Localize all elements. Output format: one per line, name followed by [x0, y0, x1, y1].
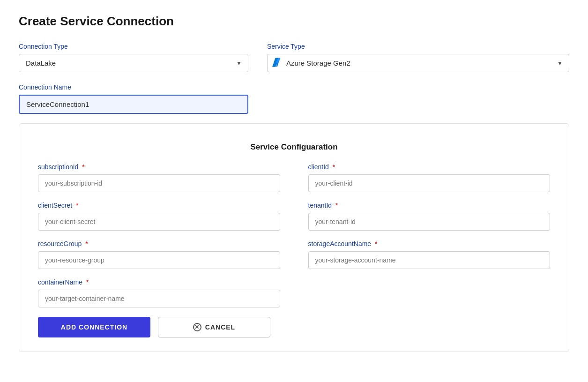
config-row-4: containerName * — [38, 278, 550, 307]
service-type-select[interactable]: Azure Storage Gen2 AWS S3 GCS — [267, 54, 569, 72]
storage-account-name-field: storageAccountName * — [308, 240, 551, 269]
resource-group-input[interactable] — [38, 251, 280, 269]
storage-account-name-input[interactable] — [308, 251, 551, 269]
tenant-id-label: tenantId * — [308, 202, 551, 209]
connection-type-label: Connection Type — [19, 43, 248, 50]
client-id-required: * — [333, 163, 335, 171]
connection-name-input[interactable] — [19, 95, 248, 114]
cancel-label: CANCEL — [205, 323, 235, 331]
storage-account-name-label: storageAccountName * — [308, 240, 551, 247]
subscription-id-field: subscriptionId * — [38, 163, 280, 192]
subscription-id-input[interactable] — [38, 174, 280, 192]
container-name-input[interactable] — [38, 290, 280, 307]
tenant-id-field: tenantId * — [308, 202, 551, 231]
client-id-field: clientId * — [308, 163, 551, 192]
service-type-select-wrapper: Azure Storage Gen2 AWS S3 GCS — [267, 54, 569, 72]
empty-field — [308, 278, 551, 307]
storage-account-name-required: * — [375, 240, 377, 247]
config-row-2: clientSecret * tenantId * — [38, 202, 550, 231]
add-connection-button[interactable]: ADD CONNECTION — [38, 317, 150, 337]
subscription-id-label: subscriptionId * — [38, 163, 280, 171]
connection-name-label: Connection Name — [19, 83, 569, 91]
cancel-circle-icon: ✕ — [193, 323, 201, 331]
client-secret-label: clientSecret * — [38, 202, 280, 209]
client-id-label: clientId * — [308, 163, 551, 171]
tenant-id-required: * — [335, 202, 338, 209]
button-row: ADD CONNECTION ✕ CANCEL — [38, 317, 550, 337]
resource-group-field: resourceGroup * — [38, 240, 280, 269]
container-name-label: containerName * — [38, 278, 280, 286]
client-secret-required: * — [76, 202, 78, 209]
cancel-button[interactable]: ✕ CANCEL — [158, 317, 270, 337]
service-config-title: Service Configuaration — [38, 142, 550, 152]
connection-type-select[interactable]: DataLake Database API — [19, 54, 248, 72]
page-title: Create Service Connection — [19, 14, 569, 29]
service-config-section: Service Configuaration subscriptionId * … — [19, 123, 569, 352]
connection-type-select-wrapper: DataLake Database API ▼ — [19, 54, 248, 72]
container-name-required: * — [86, 278, 89, 286]
tenant-id-input[interactable] — [308, 213, 551, 231]
client-id-input[interactable] — [308, 174, 551, 192]
container-name-field: containerName * — [38, 278, 280, 307]
subscription-id-required: * — [82, 163, 84, 171]
resource-group-required: * — [85, 240, 88, 247]
service-type-label: Service Type — [267, 43, 569, 50]
config-row-3: resourceGroup * storageAccountName * — [38, 240, 550, 269]
resource-group-label: resourceGroup * — [38, 240, 280, 247]
client-secret-field: clientSecret * — [38, 202, 280, 231]
client-secret-input[interactable] — [38, 213, 280, 231]
config-row-1: subscriptionId * clientId * — [38, 163, 550, 192]
